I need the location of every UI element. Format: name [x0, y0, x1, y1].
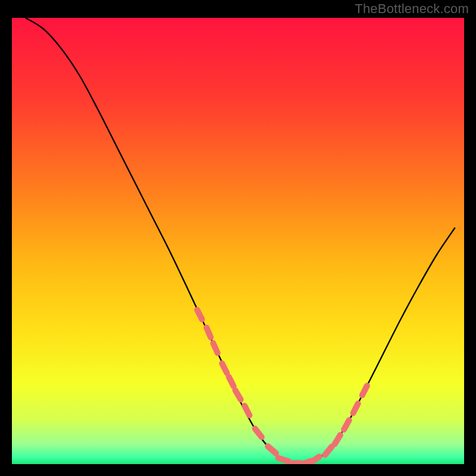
marker-capsule: [206, 327, 211, 337]
chart-container: TheBottleneck.com: [0, 0, 476, 476]
bottleneck-plot: [0, 0, 476, 476]
marker-capsule: [278, 458, 288, 461]
marker-capsule: [213, 343, 217, 353]
